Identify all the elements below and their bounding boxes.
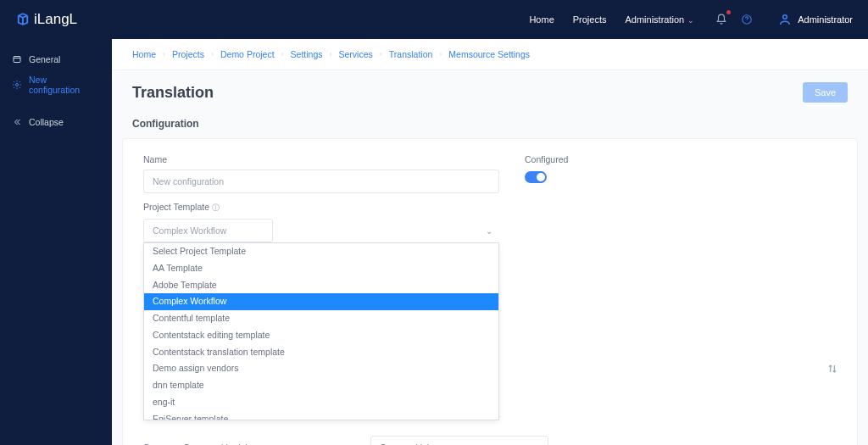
chevron-right-icon: › — [281, 50, 284, 58]
chevron-right-icon: › — [439, 50, 442, 58]
breadcrumb-link[interactable]: Memsource Settings — [448, 49, 530, 59]
info-icon[interactable]: ⓘ — [212, 203, 220, 212]
nav-administration[interactable]: Administration⌄ — [626, 14, 695, 25]
project-template-select-wrap: ⌄ Select Project TemplateAA TemplateAdob… — [143, 219, 499, 242]
chevron-right-icon: › — [380, 50, 382, 58]
language-row: German - Germany(de-de)German (de)⌄ — [143, 436, 837, 445]
target-language-select[interactable]: German (de)⌄ — [370, 436, 548, 445]
nav-home[interactable]: Home — [529, 14, 554, 25]
template-option[interactable]: Contentful template — [144, 310, 498, 327]
template-option[interactable]: Adobe Template — [144, 277, 498, 294]
breadcrumb-link[interactable]: Settings — [291, 49, 323, 59]
sidebar-item-general[interactable]: General — [0, 49, 112, 70]
brand-logo: iLangL — [15, 11, 77, 28]
name-input[interactable] — [143, 170, 499, 193]
panel-icon — [12, 54, 22, 64]
notification-dot — [726, 10, 731, 14]
configured-field: Configured — [525, 154, 837, 193]
user-name: Administrator — [798, 14, 853, 25]
project-template-dropdown[interactable]: Select Project TemplateAA TemplateAdobe … — [143, 242, 499, 420]
breadcrumb-link[interactable]: Services — [339, 49, 373, 59]
template-option[interactable]: dnn template — [144, 377, 498, 394]
template-option[interactable]: Contentstack translation template — [144, 344, 498, 361]
svg-rect-2 — [14, 57, 20, 63]
svg-point-1 — [783, 15, 787, 19]
user-icon — [777, 12, 793, 27]
bell-icon[interactable] — [715, 13, 728, 26]
svg-point-3 — [16, 84, 19, 86]
top-icons: Administrator — [715, 12, 853, 27]
chevron-right-icon: › — [163, 50, 165, 58]
nav-projects[interactable]: Projects — [573, 14, 607, 25]
project-template-select[interactable] — [143, 219, 273, 242]
breadcrumb-link[interactable]: Home — [132, 49, 156, 59]
main-content: Home›Projects›Demo Project›Settings›Serv… — [112, 39, 868, 445]
template-option[interactable]: eng-it — [144, 394, 498, 411]
collapse-icon — [12, 117, 22, 127]
config-panel: Name Configured Project Templateⓘ ⌄ Sele… — [122, 138, 858, 445]
top-nav: iLangL Home Projects Administration⌄ Adm… — [0, 0, 868, 39]
template-option[interactable]: Select Project Template — [144, 243, 498, 260]
configured-label: Configured — [525, 154, 837, 164]
language-mapping-rows: German - Germany(de-de)German (de)⌄Ukrai… — [123, 436, 857, 445]
template-option[interactable]: AA Template — [144, 260, 498, 277]
chevron-down-icon: ⌄ — [687, 16, 694, 25]
sort-icon[interactable] — [826, 363, 838, 376]
page-title: Translation — [132, 84, 214, 102]
name-label: Name — [143, 154, 499, 164]
template-option[interactable]: Demo assign vendors — [144, 360, 498, 377]
chevron-right-icon: › — [211, 50, 214, 58]
help-icon[interactable] — [740, 13, 754, 26]
logo-icon — [15, 12, 31, 27]
breadcrumb-link[interactable]: Demo Project — [220, 49, 275, 59]
save-button[interactable]: Save — [803, 82, 848, 103]
gear-icon — [12, 80, 22, 90]
chevron-right-icon: › — [330, 50, 332, 58]
template-option[interactable]: Complex Workflow — [144, 293, 498, 310]
project-template-label: Project Templateⓘ — [143, 202, 499, 214]
chevron-down-icon: ⌄ — [486, 226, 492, 236]
sidebar-item-new-configuration[interactable]: New configuration — [0, 70, 112, 100]
top-links: Home Projects Administration⌄ — [529, 14, 694, 25]
sidebar: General New configuration Collapse — [0, 39, 112, 445]
user-menu[interactable]: Administrator — [777, 12, 853, 27]
breadcrumb-link[interactable]: Projects — [172, 49, 204, 59]
configured-toggle[interactable] — [525, 171, 547, 183]
breadcrumb: Home›Projects›Demo Project›Settings›Serv… — [112, 39, 868, 70]
page-header: Translation Save — [112, 70, 868, 114]
template-option[interactable]: Contentstack editing template — [144, 327, 498, 344]
breadcrumb-link[interactable]: Translation — [389, 49, 433, 59]
template-option[interactable]: EpiServer template — [144, 411, 498, 421]
name-field: Name — [143, 154, 499, 193]
project-template-field: Project Templateⓘ ⌄ Select Project Templ… — [143, 202, 499, 242]
section-title: Configuration — [112, 114, 868, 138]
sidebar-collapse[interactable]: Collapse — [0, 112, 112, 132]
brand-text: iLangL — [34, 11, 77, 28]
